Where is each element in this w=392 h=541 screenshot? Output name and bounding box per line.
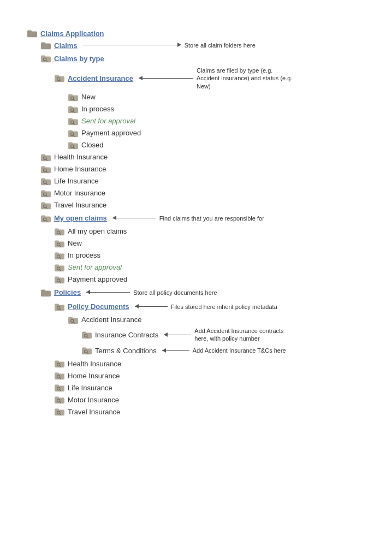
policies-annotation: Store all policy documents here [86,289,217,296]
search-folder-icon-ti1 [41,200,51,210]
svg-rect-77 [41,289,45,292]
insurance-contracts-annotation-text: Add Accident Insurance contracts here, w… [194,327,293,343]
sent-approval-2-item: Sent for approval [55,261,365,274]
health-insurance-2-label: Health Insurance [68,360,121,368]
in-process-2-item: In process [55,249,365,261]
motor-insurance-2-label: Motor Insurance [68,396,119,404]
motor-insurance-1-item: Motor Insurance [41,187,365,199]
accident-subitems: New In process [55,91,365,151]
svg-rect-87 [82,332,86,334]
svg-rect-9 [55,75,59,78]
search-folder-icon-new2 [55,239,64,248]
svg-rect-73 [55,276,59,278]
search-folder-icon-new1 [68,92,78,102]
travel-insurance-1-item: Travel Insurance [41,199,365,211]
claims-annotation: Store all claim folders here [83,41,256,49]
svg-rect-53 [41,215,45,217]
policies-section: Policies Store all policy documents here [27,286,365,418]
claims-label: Claims [54,41,78,50]
accident-annotation: Claims are filed by type (e.g. Accident … [139,67,295,90]
accident-insurance-2-label: Accident Insurance [81,316,142,324]
search-folder-icon-moc [41,213,51,223]
my-open-claims-annotation: Find claims that you are responsible for [112,215,264,222]
accident-insurance-2-item: Accident Insurance [68,314,365,326]
search-folder-icon-tc [82,346,92,355]
my-open-claims-label: My open claims [54,214,107,222]
svg-rect-5 [41,56,45,58]
claims-by-type-section: Claims by type Accident Insurance [27,51,365,211]
closed-1-label: Closed [81,141,103,149]
search-folder-icon-sa1 [68,116,78,126]
home-insurance-2-item: Home Insurance [55,370,365,382]
life-insurance-2-item: Life Insurance [55,382,365,394]
insurance-contracts-item: Insurance Contracts [82,329,158,341]
search-folder-icon-pa2 [55,275,64,284]
svg-rect-65 [55,252,59,254]
closed-1-item: Closed [68,139,365,151]
terms-conditions-label: Terms & Conditions [95,347,157,355]
svg-rect-103 [55,385,59,387]
motor-insurance-1-label: Motor Insurance [54,189,105,197]
accident-insurance-section: Accident Insurance Claims are filed by t… [41,66,365,151]
svg-rect-41 [41,178,45,180]
policy-documents-section: Policy Documents Files stored here inher… [41,300,365,418]
svg-rect-57 [55,228,59,230]
sent-approval-1-label: Sent for approval [81,117,135,125]
life-insurance-1-label: Life Insurance [54,177,99,185]
folder-icon-root [27,28,37,38]
svg-rect-69 [55,264,59,266]
my-open-claims-section: My open claims Find claims that you are … [27,211,365,286]
my-open-claims-subitems: All my open claims New [41,225,365,286]
svg-rect-3 [41,43,45,45]
terms-conditions-annotation-text: Add Accident Insurance T&Cs here [193,347,286,354]
policy-documents-item: Policy Documents [55,301,129,313]
policy-documents-label: Policy Documents [68,302,129,311]
root-label: Claims Application [40,29,104,38]
life-insurance-1-item: Life Insurance [41,175,365,187]
my-open-claims-item: My open claims [41,212,107,224]
search-folder-icon-sa2 [55,263,64,272]
travel-insurance-2-label: Travel Insurance [68,408,120,416]
search-folder-icon-hi1 [41,152,51,162]
search-folder-icon-hoi1 [41,164,51,174]
life-insurance-2-label: Life Insurance [68,384,112,392]
svg-rect-45 [41,190,45,192]
search-folder-icon-ai [55,73,64,83]
svg-rect-21 [68,118,73,120]
svg-rect-83 [68,317,73,319]
policies-annotation-text: Store all policy documents here [133,289,217,296]
svg-rect-25 [68,130,73,132]
health-insurance-2-item: Health Insurance [55,358,365,370]
insurance-contracts-section: Insurance Contracts Add Accident Insuran… [68,326,365,358]
svg-rect-29 [68,142,73,144]
search-folder-icon-mi2 [55,395,64,405]
new-2-item: New [55,237,365,249]
in-process-1-label: In process [81,105,114,113]
svg-rect-61 [55,240,59,242]
svg-rect-49 [41,202,45,204]
search-folder-icon-ti2 [55,407,64,417]
folder-icon-policies [41,288,51,298]
search-folder-icon-hoi2 [55,371,64,381]
claims-by-type-item: Claims by type [41,52,104,64]
search-folder-icon-hi2 [55,359,64,368]
search-folder-icon-ai2 [68,315,78,325]
sent-approval-1-item: Sent for approval [68,115,365,127]
svg-rect-99 [55,373,59,375]
search-folder-icon-li1 [41,176,51,186]
terms-conditions-item: Terms & Conditions [82,344,157,356]
svg-rect-107 [55,397,59,399]
health-insurance-1-label: Health Insurance [54,153,108,161]
claims-item: Claims [41,39,78,51]
my-open-claims-annotation-text: Find claims that you are responsible for [159,215,264,222]
search-folder-icon-li2 [55,383,64,393]
payment-approved-2-label: Payment approved [68,275,127,283]
search-folder-icon-ic [82,330,92,340]
accident-insurance-2-section: Accident Insurance [55,314,365,358]
search-folder-icon-pd [55,302,64,312]
motor-insurance-2-item: Motor Insurance [55,394,365,406]
payment-approved-2-item: Payment approved [55,274,365,286]
svg-rect-17 [68,106,73,108]
svg-rect-111 [55,409,59,411]
search-folder-icon-mi1 [41,188,51,198]
